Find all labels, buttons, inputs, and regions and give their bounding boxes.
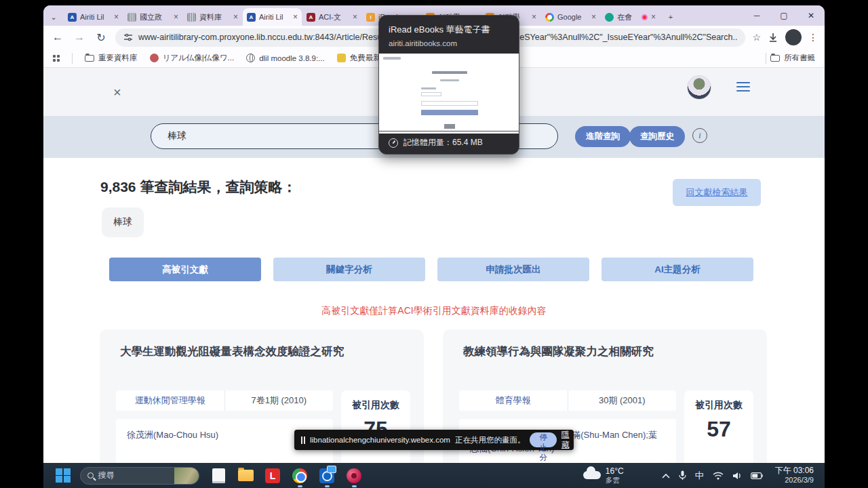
journal-issue: 7卷1期 (2010)	[225, 390, 334, 411]
iread-favicon: i	[366, 13, 375, 22]
taskbar-widgets-app[interactable]	[210, 467, 227, 484]
round-app-icon	[347, 468, 361, 483]
tab-close-icon[interactable]: ×	[353, 12, 357, 22]
hamburger-menu-icon[interactable]	[736, 82, 750, 94]
advanced-search-button[interactable]: 進階查詢	[575, 126, 631, 147]
pause-icon[interactable]	[301, 436, 305, 444]
forward-icon[interactable]: →	[72, 31, 87, 43]
bookmark-real-butsuzo[interactable]: リアル仏像|仏像ワ...	[150, 53, 235, 63]
tab-aci[interactable]: A ACI-文 ×	[302, 8, 361, 26]
analysis-tab-row: 高被引文獻 關鍵字分析 申請批次匯出 AI主題分析	[43, 258, 825, 281]
taskbar-file-explorer[interactable]	[237, 467, 254, 484]
notepad-icon	[212, 468, 225, 483]
memory-usage-text: 記憶體用量：65.4 MB	[403, 137, 483, 148]
aci-notice-text: 高被引文獻僅計算ACI學術引用文獻資料庫的收錄內容	[43, 305, 825, 317]
tab-webex-meeting[interactable]: 在會 ×	[601, 8, 660, 26]
article-title[interactable]: 大學生運動觀光阻礙量表構念效度驗證之研究	[120, 344, 344, 359]
tab-close-icon[interactable]: ×	[293, 12, 298, 22]
speaker-icon[interactable]	[732, 472, 742, 480]
tab-highly-cited[interactable]: 高被引文獻	[109, 258, 261, 281]
journal-row: 體育學報 30期 (2001)	[459, 390, 676, 411]
stop-sharing-button[interactable]: 停止分享	[530, 432, 557, 447]
tab-preview-card: iRead eBooks 華藝電子書 airiti.airitibooks.co…	[378, 15, 519, 155]
journal-row: 運動休閒管理學報 7卷1期 (2010)	[116, 390, 333, 411]
tray-expand-icon[interactable]	[662, 473, 670, 479]
window-minimize-button[interactable]: ─	[743, 5, 770, 26]
taskbar-search[interactable]: 搜尋	[80, 467, 199, 485]
cloud-icon	[583, 471, 601, 479]
tab-search-chevron-icon[interactable]: ⌄	[43, 8, 64, 26]
search-highlight-image	[174, 467, 199, 485]
outlook-icon	[319, 468, 334, 483]
tab-close-icon[interactable]: ×	[651, 12, 656, 22]
start-button[interactable]	[56, 468, 71, 483]
user-avatar[interactable]	[687, 75, 711, 100]
bookmark-moodle[interactable]: dlil moodle 3.8.9:...	[246, 54, 325, 62]
share-message: 正在共用您的畫面。	[455, 435, 526, 445]
cited-count: 57	[684, 417, 753, 442]
cited-count-box: 被引用次數 57	[684, 390, 753, 466]
divider	[72, 53, 73, 64]
new-tab-button[interactable]: +	[660, 8, 681, 26]
search-history-button[interactable]: 查詢歷史	[629, 126, 685, 147]
preview-url: airiti.airitibooks.com	[389, 39, 509, 47]
tab-close-icon[interactable]: ×	[532, 12, 536, 22]
tab-close-icon[interactable]: ×	[114, 12, 119, 22]
bookmark-star-icon[interactable]: ☆	[752, 32, 761, 43]
back-icon[interactable]: ←	[50, 31, 65, 43]
tab-ai-topic-analysis[interactable]: AI主題分析	[601, 258, 753, 281]
tab-nccu[interactable]: 國立政 ×	[123, 8, 182, 26]
reload-icon[interactable]: ↻	[94, 31, 108, 44]
apps-grid-icon[interactable]	[53, 55, 60, 62]
folder-icon	[238, 470, 254, 481]
airiti-favicon: A	[247, 13, 256, 22]
taskbar-outlook[interactable]	[319, 467, 336, 484]
results-heading: 9,836 筆查詢結果，查詢策略：	[100, 178, 296, 197]
tab-airiti-1[interactable]: A Airiti Lil ×	[64, 8, 123, 26]
journal-name[interactable]: 體育學報	[459, 390, 568, 411]
windows-taskbar: 搜尋 L 16°C 多雲 中	[43, 463, 825, 488]
desktop-screen: ⌄ A Airiti Lil × 國立政 × 資料庫 × A Airiti Li…	[43, 0, 825, 488]
bookmark-folder-important[interactable]: 重要資料庫	[85, 53, 138, 63]
share-host: libnationalchengchiuniversity.webex.com	[310, 436, 450, 444]
preview-footer: 記憶體用量：65.4 MB	[379, 131, 519, 154]
folder-icon	[85, 55, 94, 62]
taskbar-chrome[interactable]	[292, 467, 309, 484]
download-icon[interactable]	[768, 32, 778, 43]
profile-avatar[interactable]	[785, 29, 802, 45]
tab-database[interactable]: 資料庫 ×	[183, 8, 242, 26]
tab-close-icon[interactable]: ×	[174, 12, 178, 22]
cited-count-box: 被引用次數 75	[341, 390, 410, 466]
journal-name[interactable]: 運動休閒管理學報	[116, 390, 225, 411]
window-maximize-button[interactable]: ▢	[770, 5, 797, 26]
window-close-button[interactable]: ✕	[797, 5, 825, 26]
taskbar-app-pink[interactable]	[346, 467, 363, 484]
microphone-icon[interactable]	[679, 470, 686, 481]
google-favicon	[545, 13, 554, 22]
line-icon: L	[265, 468, 280, 483]
university-favicon	[127, 13, 136, 22]
tab-close-icon[interactable]: ×	[233, 12, 238, 22]
wifi-icon[interactable]	[713, 472, 724, 480]
tab-airiti-active[interactable]: A Airiti Lil ×	[243, 8, 302, 26]
site-favicon	[337, 54, 346, 62]
tab-keyword-analysis[interactable]: 關鍵字分析	[273, 258, 425, 281]
hide-link[interactable]: 隱藏	[561, 430, 570, 450]
all-bookmarks-button[interactable]: 所有書籤	[766, 53, 815, 64]
tab-close-icon[interactable]: ×	[591, 12, 596, 22]
taskbar-line-app[interactable]: L	[264, 467, 281, 484]
back-to-results-button[interactable]: 回文獻檢索結果	[673, 179, 761, 206]
article-title[interactable]: 教練領導行為與團隊凝聚力之相關研究	[463, 344, 654, 359]
close-panel-icon[interactable]: ×	[113, 85, 121, 99]
tab-batch-export[interactable]: 申請批次匯出	[437, 258, 589, 281]
menu-dots-icon[interactable]: ⋮	[808, 32, 818, 43]
aci-favicon: A	[307, 13, 315, 22]
strategy-chip: 棒球	[102, 207, 144, 237]
info-icon[interactable]: i	[692, 128, 707, 143]
preview-title: iRead eBooks 華藝電子書	[389, 24, 509, 36]
taskbar-clock[interactable]: 下午 03:06 2026/3/9	[775, 466, 814, 485]
taskbar-weather[interactable]: 16°C 多雲	[583, 467, 624, 485]
ime-indicator[interactable]: 中	[695, 470, 704, 482]
tab-google[interactable]: Google ×	[541, 8, 600, 26]
battery-icon[interactable]	[751, 472, 763, 479]
